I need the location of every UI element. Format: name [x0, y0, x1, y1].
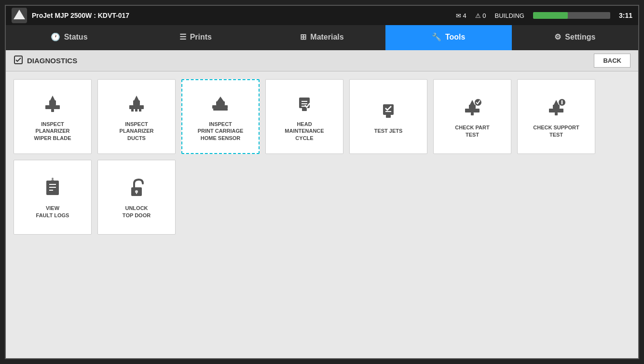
svg-rect-8 — [133, 100, 140, 105]
check-support-test-button[interactable]: CHECK SUPPORTTEST — [517, 79, 595, 154]
view-fault-logs-label: VIEWFAULT LOGS — [36, 205, 69, 219]
tab-status[interactable]: 🕐 Status — [6, 25, 132, 50]
check-part-test-button[interactable]: CHECK PARTTEST — [433, 79, 511, 154]
svg-rect-33 — [555, 112, 558, 115]
planarizer-wiper-icon — [41, 92, 65, 116]
svg-point-36 — [562, 100, 562, 101]
app-logo — [12, 8, 27, 23]
progress-bar-fill — [533, 12, 568, 19]
check-part-test-label: CHECK PARTTEST — [455, 124, 489, 138]
unlock-icon — [124, 176, 149, 200]
building-status: BUILDING — [495, 12, 524, 19]
svg-rect-3 — [45, 105, 60, 109]
check-part-icon — [460, 95, 484, 119]
alert-info: ⚠ 0 — [475, 12, 486, 19]
check-support-test-label: CHECK SUPPORTTEST — [533, 124, 579, 138]
svg-rect-7 — [129, 105, 144, 109]
nav-tabs: 🕐 Status ☰ Prints ⊞ Materials 🔧 Tools ⚙ … — [6, 25, 638, 50]
wrench-icon: 🔧 — [432, 32, 441, 42]
mail-info: ✉ 4 — [456, 12, 466, 19]
tab-tools[interactable]: 🔧 Tools — [385, 25, 512, 50]
svg-marker-9 — [134, 96, 139, 100]
inspect-planarizer-wiper-label: INSPECTPLANARIZERWIPER BLADE — [34, 121, 71, 141]
section-header: DIAGNOSTICS BACK — [6, 50, 638, 71]
fault-logs-icon — [41, 176, 65, 200]
tab-tools-label: Tools — [445, 33, 465, 42]
top-bar: ProJet MJP 2500W : KDVT-017 ✉ 4 ⚠ 0 BUIL… — [6, 6, 638, 25]
svg-rect-24 — [386, 115, 391, 118]
list-icon: ☰ — [179, 32, 186, 42]
svg-rect-12 — [139, 109, 141, 112]
svg-rect-11 — [135, 109, 137, 112]
tab-materials-label: Materials — [310, 33, 343, 42]
unlock-top-door-label: UNLOCKTOP DOOR — [123, 205, 151, 219]
head-maintenance-button[interactable]: HEADMAINTENANCECYCLE — [265, 79, 343, 154]
unlock-top-door-button[interactable]: UNLOCKTOP DOOR — [97, 160, 176, 235]
head-maintenance-label: HEADMAINTENANCECYCLE — [285, 121, 324, 141]
svg-rect-28 — [471, 112, 474, 115]
svg-marker-27 — [470, 100, 475, 105]
svg-rect-16 — [213, 109, 228, 111]
svg-rect-21 — [302, 108, 307, 111]
test-jets-button[interactable]: TEST JETS — [349, 79, 427, 154]
clock-display: 3:11 — [619, 12, 632, 19]
svg-rect-6 — [51, 109, 54, 112]
svg-rect-4 — [49, 100, 56, 105]
gear-icon: ⚙ — [554, 32, 561, 42]
svg-marker-15 — [217, 97, 224, 101]
grid-content: INSPECTPLANARIZERWIPER BLADE INSPECTPLAN… — [6, 71, 638, 358]
clock-icon: 🕐 — [51, 32, 60, 42]
svg-marker-32 — [554, 100, 559, 105]
svg-rect-45 — [136, 192, 137, 194]
diagnostics-grid: INSPECTPLANARIZERWIPER BLADE INSPECTPLAN… — [14, 79, 630, 235]
check-support-icon — [544, 95, 568, 119]
svg-rect-30 — [549, 109, 563, 112]
diagnostics-icon — [14, 55, 23, 66]
inspect-planarizer-ducts-label: INSPECTPLANARIZERDUCTS — [120, 121, 154, 141]
svg-rect-26 — [469, 105, 476, 109]
head-maintenance-icon — [292, 92, 316, 116]
tab-prints[interactable]: ☰ Prints — [132, 25, 259, 50]
inspect-print-carriage-button[interactable]: INSPECTPRINT CARRIAGEHOME SENSOR — [181, 79, 260, 154]
printer-title: ProJet MJP 2500W : KDVT-017 — [32, 12, 129, 19]
carriage-icon — [208, 92, 233, 116]
inspect-planarizer-ducts-button[interactable]: INSPECTPLANARIZERDUCTS — [97, 79, 176, 154]
section-title: DIAGNOSTICS — [14, 55, 594, 66]
app-window: ProJet MJP 2500W : KDVT-017 ✉ 4 ⚠ 0 BUIL… — [5, 5, 639, 359]
svg-marker-5 — [50, 96, 55, 100]
svg-rect-10 — [131, 109, 134, 112]
svg-rect-14 — [216, 101, 225, 105]
view-fault-logs-button[interactable]: VIEWFAULT LOGS — [14, 160, 92, 235]
tab-settings-label: Settings — [565, 33, 595, 42]
svg-rect-25 — [465, 109, 480, 112]
tab-status-label: Status — [64, 33, 88, 42]
top-bar-info: ✉ 4 ⚠ 0 BUILDING 3:11 — [456, 12, 632, 19]
tab-materials[interactable]: ⊞ Materials — [259, 25, 385, 50]
grid-icon: ⊞ — [300, 32, 306, 42]
svg-rect-13 — [212, 105, 228, 109]
inspect-planarizer-wiper-button[interactable]: INSPECTPLANARIZERWIPER BLADE — [14, 79, 92, 154]
back-button[interactable]: BACK — [594, 54, 630, 68]
tab-prints-label: Prints — [190, 33, 212, 42]
tab-settings[interactable]: ⚙ Settings — [512, 25, 638, 50]
svg-rect-31 — [553, 105, 560, 109]
svg-point-42 — [52, 178, 54, 180]
test-jets-icon — [376, 98, 400, 123]
test-jets-label: TEST JETS — [374, 127, 403, 134]
planarizer-ducts-icon — [124, 92, 149, 116]
progress-bar-container — [533, 12, 610, 19]
inspect-print-carriage-label: INSPECTPRINT CARRIAGEHOME SENSOR — [198, 121, 244, 141]
